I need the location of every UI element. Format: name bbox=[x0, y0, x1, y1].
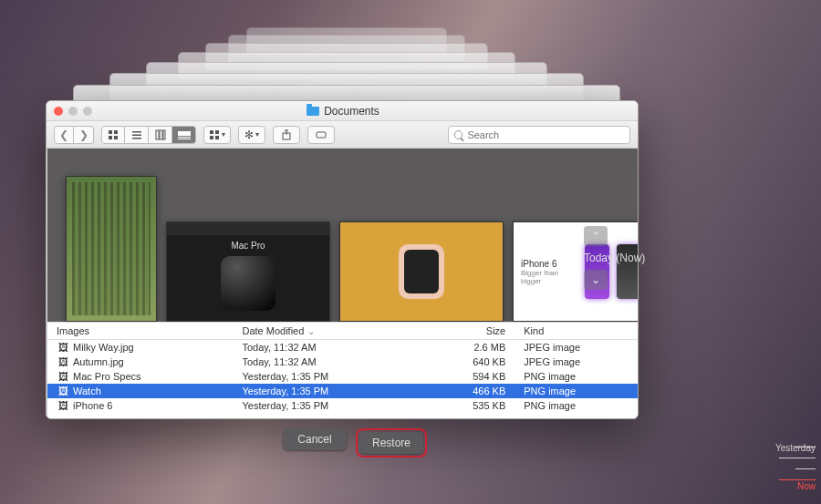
zoom-icon[interactable] bbox=[83, 107, 92, 116]
svg-rect-7 bbox=[156, 130, 159, 139]
svg-rect-4 bbox=[132, 131, 141, 133]
toolbar: ❮ ❯ ▾ ✻▾ bbox=[47, 121, 638, 149]
table-row[interactable]: 🖼WatchYesterday, 1:35 PM466 KBPNG image bbox=[47, 384, 639, 398]
file-table: Images Date Modified⌄ Size Kind 🖼Milky W… bbox=[47, 322, 639, 418]
thumb-autumn[interactable] bbox=[66, 176, 157, 322]
svg-rect-6 bbox=[132, 138, 141, 139]
back-button[interactable]: ❮ bbox=[54, 126, 74, 144]
watch-icon bbox=[399, 244, 444, 299]
svg-rect-18 bbox=[317, 132, 326, 138]
nav-up-button[interactable]: ⌃ bbox=[584, 226, 608, 246]
traffic-lights bbox=[54, 107, 92, 116]
svg-rect-9 bbox=[163, 130, 165, 139]
table-row[interactable]: 🖼Autumn.jpgToday, 11:32 AM640 KBJPEG ima… bbox=[47, 355, 639, 369]
forward-button[interactable]: ❯ bbox=[74, 126, 94, 144]
table-row[interactable]: 🖼iPhone 6Yesterday, 1:35 PM535 KBPNG ima… bbox=[47, 398, 639, 413]
folder-icon bbox=[307, 107, 319, 116]
svg-rect-15 bbox=[210, 136, 213, 139]
timeline-label-yesterday: Yesterday bbox=[775, 443, 816, 453]
chevron-down-icon: ⌄ bbox=[307, 326, 315, 336]
svg-rect-1 bbox=[114, 130, 118, 134]
svg-rect-16 bbox=[215, 136, 219, 139]
titlebar[interactable]: Documents bbox=[47, 101, 638, 121]
search-field[interactable] bbox=[448, 126, 630, 144]
search-icon bbox=[454, 130, 462, 139]
column-view-button[interactable] bbox=[149, 126, 172, 144]
restore-button[interactable]: Restore bbox=[359, 432, 423, 454]
time-machine-stack bbox=[46, 27, 639, 100]
svg-rect-0 bbox=[109, 130, 112, 134]
nav-down-button[interactable]: ⌄ bbox=[584, 270, 608, 290]
cancel-button[interactable]: Cancel bbox=[283, 428, 347, 450]
svg-rect-8 bbox=[160, 130, 162, 139]
table-row[interactable]: 🖼Mac Pro SpecsYesterday, 1:35 PM594 KBPN… bbox=[47, 369, 639, 384]
time-navigator: ⌃ Today (Now) ⌄ bbox=[584, 226, 730, 295]
coverflow-preview[interactable]: Mac Pro iPhone 6Bigger than bigger bbox=[47, 149, 639, 322]
svg-rect-10 bbox=[178, 131, 191, 136]
timeline-label-now: Now bbox=[797, 481, 816, 491]
col-images[interactable]: Images bbox=[47, 323, 233, 340]
thumb-watch[interactable] bbox=[339, 221, 504, 322]
col-size[interactable]: Size bbox=[422, 323, 514, 340]
search-input[interactable] bbox=[467, 129, 624, 140]
view-switcher bbox=[101, 126, 196, 144]
share-button[interactable] bbox=[273, 126, 300, 144]
finder-window: Documents ❮ ❯ ▾ ✻▾ Favorites ▤All My Fil… bbox=[46, 100, 639, 419]
arrange-button[interactable]: ▾ bbox=[203, 126, 231, 144]
thumb-mac-pro-specs[interactable]: Mac Pro bbox=[166, 221, 330, 322]
content-area: Mac Pro iPhone 6Bigger than bigger Image… bbox=[47, 149, 639, 418]
coverflow-view-button[interactable] bbox=[172, 126, 196, 144]
icon-view-button[interactable] bbox=[101, 126, 125, 144]
col-kind[interactable]: Kind bbox=[514, 323, 639, 340]
svg-rect-11 bbox=[178, 137, 191, 138]
close-icon[interactable] bbox=[54, 107, 63, 116]
svg-rect-14 bbox=[215, 130, 219, 134]
svg-rect-13 bbox=[210, 130, 213, 134]
list-view-button[interactable] bbox=[125, 126, 149, 144]
svg-rect-2 bbox=[109, 136, 112, 139]
action-button[interactable]: ✻▾ bbox=[238, 126, 265, 144]
tags-button[interactable] bbox=[307, 126, 335, 144]
window-title: Documents bbox=[324, 105, 379, 118]
svg-rect-3 bbox=[114, 136, 118, 139]
col-date-modified[interactable]: Date Modified⌄ bbox=[233, 323, 421, 340]
svg-rect-12 bbox=[178, 139, 191, 139]
svg-rect-5 bbox=[132, 134, 141, 136]
current-snapshot-label: Today (Now) bbox=[584, 252, 730, 264]
minimize-icon[interactable] bbox=[68, 107, 78, 116]
table-row[interactable]: 🖼Milky Way.jpgToday, 11:32 AM2.6 MBJPEG … bbox=[47, 340, 639, 355]
restore-highlight: Restore bbox=[356, 428, 427, 458]
